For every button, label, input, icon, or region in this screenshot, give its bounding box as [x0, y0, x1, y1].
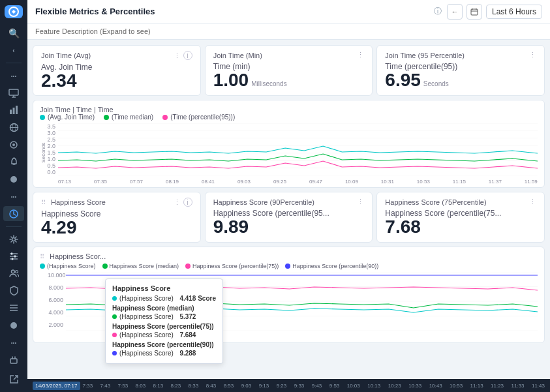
calendar-button[interactable]: [466, 4, 482, 20]
tooltip-section-2: Happiness Score (percentile(75)): [112, 323, 216, 330]
arrow-out-icon[interactable]: [3, 372, 24, 387]
time-label-11: 9:23: [277, 383, 287, 389]
tune-icon[interactable]: [3, 249, 24, 264]
time-label-1: 7:43: [100, 383, 111, 389]
dots-icon-3[interactable]: •••: [3, 335, 24, 350]
app-container: 🔍 ‹ ••• •••: [0, 0, 550, 392]
dots-icon-1[interactable]: •••: [3, 68, 24, 83]
card-info-0[interactable]: i: [183, 51, 192, 60]
back-button[interactable]: ←: [447, 4, 463, 20]
chart-bar-icon[interactable]: [3, 103, 24, 117]
join-time-chart-area: Seconds 3.53.02.52.01.51.00.50.0: [58, 123, 538, 182]
gear-icon[interactable]: [3, 232, 24, 246]
bell-icon[interactable]: [3, 155, 24, 169]
join-time-min-card: Join Time (Min) ⋮ Time (min) 1.00 Millis…: [205, 45, 373, 96]
happiness-card-info-0[interactable]: i: [183, 198, 192, 207]
happiness-y-axis: 10.0008.0006.0004.0002.000: [48, 272, 63, 328]
happiness-card-value-row-0: Happiness Score 4.29: [41, 209, 192, 237]
drag-handle-0[interactable]: ⠿: [41, 199, 46, 206]
happiness-card-value-row-2: Happiness Score (percentile(75... 7.68: [385, 209, 536, 236]
join-time-x-axis: 07:1307:3507:5708:1908:4109:0309:2509:47…: [58, 179, 538, 185]
card-menu-2[interactable]: ⋮: [529, 51, 536, 59]
card-header-0: Join Time (Avg) ⋮ i: [41, 51, 192, 60]
time-label-4: 8:13: [153, 383, 164, 389]
users-icon[interactable]: [3, 266, 24, 280]
circle-dot-icon[interactable]: [3, 138, 24, 152]
happiness-legend-dot-1: [102, 264, 108, 269]
search-icon[interactable]: 🔍: [3, 26, 24, 40]
filled-circle-2-icon[interactable]: [3, 318, 24, 333]
dashboard: Join Time (Avg) ⋮ i Avg. Join Time 2.34: [27, 40, 550, 379]
info-icon[interactable]: ⓘ: [434, 6, 442, 17]
collapse-icon[interactable]: ‹: [3, 43, 24, 57]
join-time-chart-legend: (Avg. Join Time) (Time median) (Time (pe…: [40, 113, 538, 121]
happiness-legend-1: Happiness Score (median): [102, 263, 179, 269]
time-label-7: 8:43: [206, 383, 217, 389]
happiness-card-actions-0: ⋮ i: [174, 198, 192, 207]
svg-rect-34: [471, 9, 478, 15]
tooltip-section-1: Happiness Score (median): [112, 305, 216, 312]
tooltip-row-3: (Happiness Score) 9.288: [112, 350, 216, 357]
happiness-legend-dot-2: [185, 264, 191, 269]
time-label-3: 8:03: [136, 383, 146, 389]
shield-icon[interactable]: [3, 284, 24, 298]
list-icon[interactable]: [3, 301, 24, 315]
happiness-card-menu-1[interactable]: ⋮: [357, 198, 364, 206]
time-label-18: 10:33: [408, 383, 421, 389]
plugin-icon[interactable]: [3, 352, 24, 367]
card-actions-1: ⋮: [357, 51, 364, 59]
happiness-tooltip: Happiness Score (Happiness Score) 4.418 …: [105, 279, 223, 364]
time-label-20: 10:53: [450, 383, 463, 389]
tooltip-dot-0: [112, 296, 117, 301]
legend-label-2: (Time (percentile(95))): [170, 113, 235, 121]
time-label-10: 9:13: [259, 383, 269, 389]
globe-icon[interactable]: [3, 120, 24, 134]
clock-icon[interactable]: [3, 206, 24, 220]
legend-dot-1: [104, 115, 109, 120]
happiness-score-card: ⠿ Happiness Score ⋮ i Happiness Score 4.…: [33, 192, 201, 243]
tooltip-row-1: (Happiness Score) 5.372: [112, 313, 216, 320]
card-value-row-2: Time (percentile(95)) 6.95 Seconds: [385, 62, 536, 89]
happiness-card-menu-0[interactable]: ⋮: [174, 198, 181, 207]
time-label-24: 11:43: [532, 383, 545, 389]
app-logo[interactable]: [5, 5, 23, 18]
svg-point-13: [10, 176, 17, 183]
happiness-chart-title: Happiness Scor...: [50, 252, 106, 260]
header-nav: ← Last 6 Hours: [447, 4, 542, 20]
dots-icon-2[interactable]: •••: [3, 189, 24, 204]
card-value-row-0: Avg. Join Time 2.34: [41, 63, 192, 90]
svg-point-11: [12, 143, 15, 146]
time-label-12: 9:33: [294, 383, 305, 389]
legend-item-1: (Time median): [104, 113, 153, 121]
sidebar: 🔍 ‹ ••• •••: [0, 0, 27, 392]
happiness-legend-label-0: (Happiness Score): [47, 263, 96, 269]
feature-description-bar[interactable]: Feature Description (Expand to see): [27, 23, 550, 40]
time-label-16: 10:13: [367, 383, 380, 389]
happiness-legend-0: (Happiness Score): [40, 263, 96, 269]
time-label-13: 9:43: [312, 383, 322, 389]
filled-circle-icon[interactable]: [3, 172, 24, 187]
happiness-chart-panel: ⠿ Happiness Scor... (Happiness Score) Ha…: [33, 247, 545, 343]
time-label-14: 9:53: [329, 383, 340, 389]
happiness-card-menu-2[interactable]: ⋮: [529, 198, 536, 206]
happiness-legend-label-1: Happiness Score (median): [110, 263, 179, 269]
join-time-cards-row: Join Time (Avg) ⋮ i Avg. Join Time 2.34: [33, 45, 545, 96]
svg-rect-5: [13, 108, 15, 114]
card-menu-0[interactable]: ⋮: [174, 52, 181, 60]
time-label-9: 9:03: [241, 383, 252, 389]
time-stamp: 14/03/2025, 07:17: [33, 382, 80, 390]
happiness-chart-drag[interactable]: ⠿: [40, 253, 44, 260]
time-label-2: 7:53: [118, 383, 129, 389]
svg-point-22: [14, 256, 16, 258]
card-menu-1[interactable]: ⋮: [357, 51, 364, 59]
svg-point-29: [10, 322, 17, 329]
join-time-y-axis: 3.53.02.52.01.51.00.50.0: [40, 123, 55, 173]
happiness-legend-dot-0: [40, 264, 45, 269]
happiness-chart-container: Happiness Score (Happiness Score) 4.418 …: [40, 272, 538, 337]
join-time-avg-card: Join Time (Avg) ⋮ i Avg. Join Time 2.34: [33, 45, 201, 96]
legend-dot-0: [40, 115, 45, 120]
tooltip-dot-2: [112, 333, 117, 337]
svg-point-25: [15, 271, 18, 273]
time-range-label[interactable]: Last 6 Hours: [486, 5, 542, 19]
monitor-icon[interactable]: [3, 86, 24, 100]
